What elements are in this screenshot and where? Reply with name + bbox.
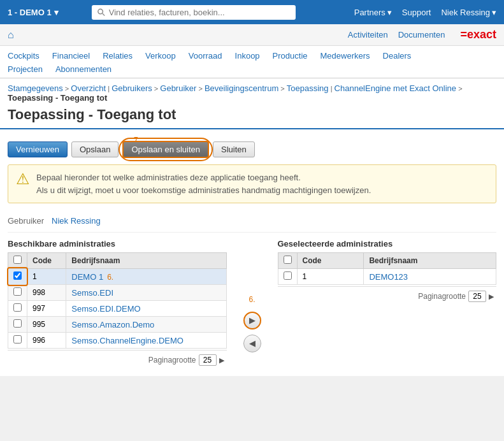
right-pagination: Paginagrootte 25 ▶ (278, 286, 497, 306)
nav-productie[interactable]: Productie (273, 51, 308, 61)
nav-dealers[interactable]: Dealers (383, 51, 412, 61)
nav-projecten[interactable]: Projecten (8, 64, 43, 74)
backward-icon: ◀ (249, 338, 256, 348)
left-row-name: Semso.ChannelEngine.DEMO (66, 333, 226, 349)
left-row-checkbox-cell (8, 269, 27, 285)
left-row-code: 995 (27, 317, 66, 333)
left-pagination: Paginagrootte 25 ▶ (8, 350, 227, 370)
bc-toepassing[interactable]: Toepassing (287, 83, 329, 93)
breadcrumb: Stamgegevens > Overzicht | Gebruikers > … (0, 78, 504, 104)
search-bar[interactable] (92, 5, 296, 20)
search-icon (97, 8, 105, 17)
warning-line1: Bepaal hieronder tot welke administratie… (36, 171, 371, 184)
left-row-checkbox[interactable] (13, 319, 22, 328)
right-header-code: Code (297, 253, 364, 269)
home-icon[interactable]: ⌂ (8, 29, 14, 41)
right-select-all-checkbox[interactable] (284, 256, 292, 264)
right-table-row: 1DEMO123 (278, 269, 496, 285)
selected-admin-table: Code Bedrijfsnaam 1DEMO123 (278, 252, 497, 285)
left-panel-title: Beschikbare administraties (8, 239, 227, 249)
activiteiten-link[interactable]: Activiteiten (348, 30, 388, 40)
bc-gebruiker[interactable]: Gebruiker (160, 83, 196, 93)
warning-icon: ⚠ (16, 171, 30, 187)
logo-text: 1 - DEMO 1 (8, 8, 52, 17)
logo-chevron: ▾ (54, 8, 59, 17)
documenten-link[interactable]: Documenten (398, 30, 445, 40)
bc-channelengine[interactable]: ChannelEngine met Exact Online (335, 83, 457, 93)
left-row-checkbox-cell (8, 333, 27, 349)
left-row-code: 996 (27, 333, 66, 349)
right-pagination-arrow[interactable]: ▶ (489, 293, 494, 301)
app-logo[interactable]: 1 - DEMO 1 ▾ (8, 8, 59, 17)
bc-gebruikers[interactable]: Gebruikers (112, 83, 152, 93)
nav-abonnementen[interactable]: Abonnementen (55, 64, 112, 74)
admin-panels: Beschikbare administraties Code Bedrijfs… (8, 239, 496, 370)
nav-voorraad[interactable]: Voorraad (189, 51, 222, 61)
top-nav: Partners ▾ Support Niek Ressing ▾ (354, 8, 496, 17)
search-input[interactable] (109, 8, 291, 17)
left-row-checkbox[interactable] (13, 271, 22, 280)
left-panel: Beschikbare administraties Code Bedrijfs… (8, 239, 227, 370)
nav-financieel[interactable]: Financieel (52, 51, 90, 61)
right-header-bedrijfsnaam: Bedrijfsnaam (364, 253, 496, 269)
opslaan-sluiten-button[interactable]: Opslaan en sluiten (122, 141, 209, 158)
left-row-name: Semso.Amazon.Demo (66, 317, 226, 333)
left-row-code: 997 (27, 301, 66, 317)
left-row-checkbox[interactable] (13, 287, 22, 296)
left-row-name: Semso.EDI (66, 285, 226, 301)
warning-text: Bepaal hieronder tot welke administratie… (36, 171, 371, 196)
right-pagination-value: 25 (468, 291, 486, 302)
forward-icon: ▶ (249, 315, 256, 325)
user-name: Niek Ressing (52, 216, 101, 226)
nav-medewerkers[interactable]: Medewerkers (320, 51, 370, 61)
page-title: Toepassing - Toegang tot (0, 104, 504, 129)
user-menu[interactable]: Niek Ressing ▾ (441, 8, 496, 17)
bc-beveiligingscentrum[interactable]: Beveiligingscentrum (205, 83, 278, 93)
left-row-checkbox-cell (8, 285, 27, 301)
left-table-row: 996Semso.ChannelEngine.DEMO (8, 333, 227, 349)
left-row-checkbox[interactable] (13, 335, 22, 343)
left-row-checkbox-cell (8, 317, 27, 333)
opslaan-sluiten-wrap: Opslaan en sluiten (122, 141, 209, 158)
transfer-backward-button[interactable]: ◀ (243, 335, 261, 352)
nav-cockpits[interactable]: Cockpits (8, 51, 40, 61)
left-pagination-arrow[interactable]: ▶ (219, 356, 224, 365)
nav-inkoop[interactable]: Inkoop (235, 51, 260, 61)
exact-logo: =exact (460, 28, 496, 41)
left-row-name: Semso.EDI.DEMO (66, 301, 226, 317)
warning-box: ⚠ Bepaal hieronder tot welke administrat… (8, 164, 496, 203)
left-table-row: 998Semso.EDI (8, 285, 227, 301)
bc-overzicht[interactable]: Overzicht (71, 83, 106, 93)
user-label: Gebruiker (8, 216, 44, 226)
left-pagination-value: 25 (199, 354, 217, 366)
svg-line-1 (103, 13, 104, 15)
bc-current: Toepassing - Toegang tot (8, 93, 107, 103)
user-row: Gebruiker Niek Ressing (8, 212, 496, 233)
left-row-checkbox[interactable] (13, 303, 22, 312)
partners-menu[interactable]: Partners ▾ (354, 8, 392, 17)
left-row-code: 1 (27, 269, 66, 285)
select-all-checkbox[interactable] (13, 256, 22, 264)
left-table-row: 997Semso.EDI.DEMO (8, 301, 227, 317)
bc-stamgegevens[interactable]: Stamgegevens (8, 83, 63, 93)
right-panel: Geselecteerde administraties Code Bedrij… (278, 239, 497, 370)
right-row-checkbox[interactable] (284, 271, 292, 280)
right-panel-title: Geselecteerde administraties (278, 239, 497, 249)
right-row-checkbox-cell (278, 269, 297, 285)
main-nav-row2: Projecten Abonnementen (8, 63, 496, 78)
warning-line2: Als u dit wijzigt, moet u voor toekomsti… (36, 184, 371, 197)
annotation-6-left: 6. (107, 273, 113, 282)
nav-verkoop[interactable]: Verkoop (145, 51, 176, 61)
main-nav: Cockpits Financieel Relaties Verkoop Voo… (0, 46, 504, 78)
left-header-bedrijfsnaam: Bedrijfsnaam (66, 253, 226, 269)
nav-relaties[interactable]: Relaties (103, 51, 133, 61)
left-row-checkbox-cell (8, 301, 27, 317)
content-area: 7. Vernieuwen Opslaan Opslaan en sluiten… (0, 129, 504, 376)
right-header-checkbox-col (278, 253, 297, 269)
support-link[interactable]: Support (402, 8, 431, 17)
transfer-forward-button[interactable]: ▶ (243, 312, 261, 329)
vernieuwen-button[interactable]: Vernieuwen (8, 141, 68, 157)
opslaan-button[interactable]: Opslaan (71, 141, 119, 157)
annotation-6-transfer: 6. (248, 295, 255, 304)
left-row-code: 998 (27, 285, 66, 301)
